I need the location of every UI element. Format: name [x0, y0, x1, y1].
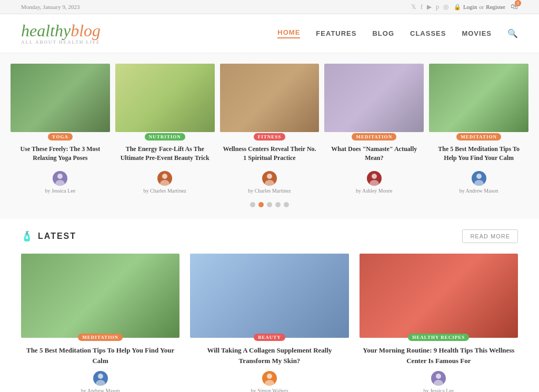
author-avatar-0 — [53, 171, 67, 186]
header: healthyblog ALL ABOUT HEALTH LIFE HOME F… — [0, 14, 539, 53]
logo[interactable]: healthyblog ALL ABOUT HEALTH LIFE — [21, 22, 101, 45]
cart-badge: 0 — [515, 0, 522, 6]
section-header: 🧴 LATEST READ MORE — [21, 229, 518, 243]
svg-point-12 — [267, 374, 272, 379]
twitter-icon[interactable]: 𝕏 — [411, 3, 416, 11]
author-avatar-1 — [157, 171, 172, 186]
carousel-badge-2: FITNESS — [254, 133, 286, 140]
carousel-body-1: The Energy Face-Lift As The Ultimate Pre… — [115, 140, 215, 196]
latest-section: 🧴 LATEST READ MORE MEDITATION The 5 Best… — [0, 219, 539, 392]
carousel-badge-1: NUTRITION — [145, 133, 185, 140]
read-more-button[interactable]: READ MORE — [462, 229, 518, 243]
carousel-dot-2[interactable] — [258, 202, 264, 207]
author-name-1: by Charles Martinez — [143, 188, 186, 194]
svg-point-9 — [474, 180, 484, 186]
latest-author-name-0: by Andrew Mason — [81, 388, 120, 392]
author-avatar-4 — [472, 171, 486, 186]
carousel-item-2[interactable]: FITNESS Wellness Centers Reveal Their No… — [220, 64, 320, 196]
lock-icon: 🔒 — [454, 4, 461, 11]
carousel-badge-wrap-3: MEDITATION — [324, 132, 424, 140]
carousel-img-content-4 — [429, 64, 528, 132]
author-row-3: by Ashley Moore — [326, 171, 422, 194]
svg-point-1 — [55, 180, 65, 186]
svg-point-10 — [98, 374, 103, 379]
svg-point-15 — [434, 380, 443, 386]
carousel-title-4: The 5 Best Meditation Tips To Help You F… — [431, 145, 526, 167]
carousel-title-0: Use These Freely: The 3 Most Relaxing Yo… — [13, 145, 108, 167]
latest-badge-wrap-1: BEAUTY — [190, 333, 348, 341]
svg-point-5 — [265, 180, 274, 186]
cart-icon[interactable]: 🛍 0 — [511, 3, 518, 11]
latest-item-1[interactable]: BEAUTY Will Taking A Collagen Supplement… — [190, 254, 348, 392]
latest-badge-0: MEDITATION — [78, 334, 123, 341]
carousel-dot-1[interactable] — [250, 202, 255, 207]
carousel-img-1 — [115, 64, 215, 132]
author-row-4: by Andrew Mason — [431, 171, 526, 194]
carousel-dot-5[interactable] — [284, 202, 289, 207]
carousel-img-content-2 — [220, 64, 320, 132]
facebook-icon[interactable]: f — [421, 3, 423, 11]
carousel-badge-wrap-1: NUTRITION — [115, 132, 215, 140]
login-link[interactable]: Login — [463, 4, 477, 10]
latest-img-1 — [190, 254, 348, 338]
svg-point-2 — [162, 174, 167, 179]
svg-point-14 — [436, 374, 441, 379]
carousel-dot-3[interactable] — [267, 202, 272, 207]
logo-tagline: ALL ABOUT HEALTH LIFE — [21, 40, 101, 45]
svg-point-11 — [96, 380, 105, 386]
carousel-badge-wrap-2: FITNESS — [220, 132, 320, 140]
register-link[interactable]: Register — [486, 4, 505, 10]
logo-healthy: healthy — [21, 21, 71, 40]
carousel-badge-3: MEDITATION — [352, 133, 396, 140]
latest-img-wrap-1 — [190, 254, 348, 338]
svg-point-13 — [265, 380, 274, 386]
author-row-1: by Charles Martinez — [117, 171, 213, 194]
author-avatar-2 — [262, 171, 277, 186]
latest-author-name-1: by Simon Walters — [251, 388, 288, 392]
carousel-item-0[interactable]: YOGA Use These Freely: The 3 Most Relaxi… — [11, 64, 110, 196]
latest-img-wrap-0 — [21, 254, 179, 338]
logo-main: healthyblog — [21, 22, 101, 39]
svg-point-3 — [160, 180, 169, 186]
instagram-icon[interactable]: ◎ — [443, 3, 448, 11]
carousel-body-4: The 5 Best Meditation Tips To Help You F… — [429, 140, 528, 196]
carousel-item-3[interactable]: MEDITATION What Does "Namaste" Actually … — [324, 64, 424, 196]
carousel-section: YOGA Use These Freely: The 3 Most Relaxi… — [0, 53, 539, 219]
nav-classes[interactable]: CLASSES — [410, 29, 446, 37]
latest-img-0 — [21, 254, 179, 338]
search-icon[interactable]: 🔍 — [507, 28, 518, 38]
top-bar: Monday, January 9, 2023 𝕏 f ▶ p ◎ 🔒 Logi… — [0, 0, 539, 14]
latest-badge-1: BEAUTY — [254, 334, 285, 341]
main-nav: HOME FEATURES BLOG CLASSES MOVIES 🔍 — [277, 28, 518, 38]
latest-item-0[interactable]: MEDITATION The 5 Best Meditation Tips To… — [21, 254, 179, 392]
top-bar-right: 𝕏 f ▶ p ◎ 🔒 Login or Register 🛍 0 — [411, 3, 518, 11]
nav-features[interactable]: FEATURES — [316, 29, 356, 37]
carousel-img-content-3 — [324, 64, 424, 132]
author-name-2: by Charles Martinez — [248, 188, 291, 194]
nav-home[interactable]: HOME — [277, 28, 300, 38]
latest-body-1: Will Taking A Collagen Supplement Really… — [190, 341, 348, 392]
social-icons: 𝕏 f ▶ p ◎ — [411, 3, 448, 11]
latest-item-2[interactable]: HEALTHY RECIPES Your Morning Routine: 9 … — [360, 254, 518, 392]
pinterest-icon[interactable]: p — [436, 3, 439, 11]
login-area: 🔒 Login or Register — [454, 4, 505, 11]
carousel-grid: YOGA Use These Freely: The 3 Most Relaxi… — [11, 64, 528, 196]
carousel-dot-4[interactable] — [275, 202, 281, 207]
carousel-item-1[interactable]: NUTRITION The Energy Face-Lift As The Ul… — [115, 64, 215, 196]
latest-badge-wrap-2: HEALTHY RECIPES — [360, 333, 518, 341]
author-name-0: by Jessica Lee — [45, 188, 76, 194]
latest-item-title-2: Your Morning Routine: 9 Health Tips This… — [362, 345, 516, 366]
bottle-icon: 🧴 — [21, 230, 34, 242]
carousel-title-1: The Energy Face-Lift As The Ultimate Pre… — [117, 145, 213, 167]
author-avatar-3 — [367, 171, 382, 186]
youtube-icon[interactable]: ▶ — [427, 3, 432, 11]
or-label: or — [479, 4, 484, 10]
nav-movies[interactable]: MOVIES — [462, 29, 492, 37]
logo-blog: blog — [71, 21, 101, 40]
carousel-item-4[interactable]: MEDITATION The 5 Best Meditation Tips To… — [429, 64, 528, 196]
latest-item-title-0: The 5 Best Meditation Tips To Help You F… — [23, 345, 177, 366]
svg-point-8 — [476, 174, 482, 179]
nav-blog[interactable]: BLOG — [372, 29, 394, 37]
carousel-title-2: Wellness Centers Reveal Their No. 1 Spir… — [222, 145, 317, 167]
carousel-badge-4: MEDITATION — [456, 133, 501, 140]
